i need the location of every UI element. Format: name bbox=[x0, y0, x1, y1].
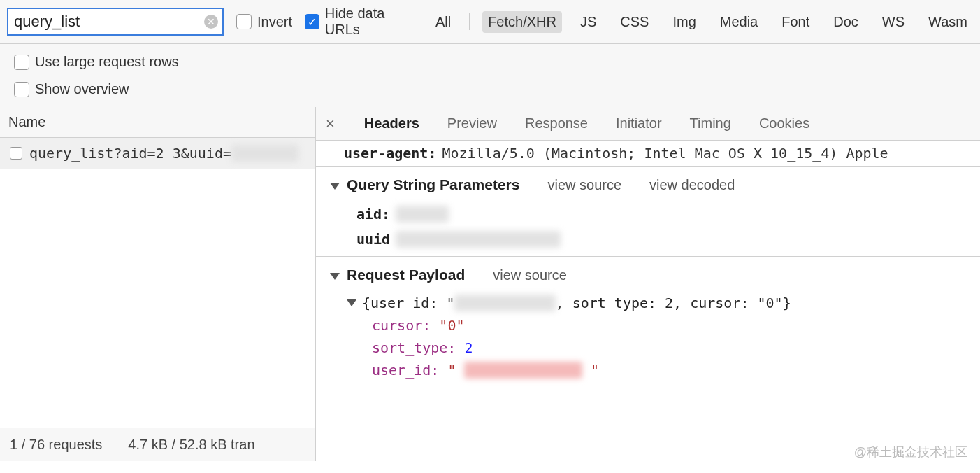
large-rows-checkbox[interactable]: Use large request rows bbox=[14, 48, 966, 76]
header-value: Mozilla/5.0 (Macintosh; Intel Mac OS X 1… bbox=[442, 145, 888, 162]
invert-checkbox[interactable]: Invert bbox=[236, 14, 292, 30]
invert-label: Invert bbox=[257, 14, 292, 30]
tab-preview[interactable]: Preview bbox=[446, 108, 498, 139]
param-key: uuid bbox=[356, 231, 390, 248]
payload-value: "0" bbox=[439, 317, 464, 334]
large-rows-label: Use large request rows bbox=[35, 54, 179, 70]
payload-summary-prefix: {user_id: " bbox=[362, 295, 454, 311]
view-decoded-link[interactable]: view decoded bbox=[649, 177, 735, 193]
checkbox-checked-icon: ✓ bbox=[305, 14, 319, 29]
payload-quote: " bbox=[447, 362, 456, 379]
filter-toolbar: ✕ Invert ✓ Hide data URLs All Fetch/XHR … bbox=[0, 0, 980, 44]
param-value-redacted: xxx bbox=[396, 231, 561, 248]
filter-fetch-xhr[interactable]: Fetch/XHR bbox=[482, 11, 562, 33]
section-head: Query String Parameters view source view… bbox=[330, 176, 966, 193]
filter-js[interactable]: JS bbox=[575, 11, 602, 33]
section-head: Request Payload view source bbox=[330, 267, 966, 283]
tab-response[interactable]: Response bbox=[524, 108, 589, 139]
section-title-wrap[interactable]: Request Payload bbox=[330, 267, 465, 283]
separator bbox=[115, 435, 115, 455]
filter-media[interactable]: Media bbox=[714, 11, 763, 33]
filter-css[interactable]: CSS bbox=[614, 11, 654, 33]
chevron-down-icon bbox=[330, 273, 340, 280]
filter-wasm[interactable]: Wasm bbox=[923, 11, 973, 33]
tab-timing[interactable]: Timing bbox=[689, 108, 733, 139]
status-transfer: 4.7 kB / 52.8 kB tran bbox=[128, 437, 254, 453]
overview-label: Show overview bbox=[35, 81, 129, 97]
payload-sort-type: sort_type: 2 bbox=[330, 337, 966, 359]
payload-key: user_id: bbox=[372, 362, 439, 379]
param-value-redacted: xxx bbox=[396, 206, 449, 223]
request-payload-section: Request Payload view source {user_id: " … bbox=[316, 256, 980, 386]
filter-all[interactable]: All bbox=[430, 11, 456, 33]
payload-user-id: user_id: " xxxxxxxx3 " bbox=[330, 359, 966, 381]
tab-headers[interactable]: Headers bbox=[363, 108, 421, 139]
requests-column: Name query_list?aid=2 3&uuid=xxxxxxxx 1 … bbox=[0, 107, 316, 461]
overview-checkbox[interactable]: Show overview bbox=[14, 76, 966, 103]
status-bar: 1 / 76 requests 4.7 kB / 52.8 kB tran bbox=[0, 428, 315, 461]
header-key: user-agent: bbox=[344, 145, 436, 162]
payload-summary[interactable]: {user_id: " xx , sort_type: 2, cursor: "… bbox=[330, 292, 966, 314]
param-aid: aid: xxx bbox=[330, 202, 966, 227]
payload-value: 2 bbox=[464, 339, 473, 356]
section-title: Query String Parameters bbox=[347, 176, 519, 192]
detail-body: user-agent: Mozilla/5.0 (Macintosh; Inte… bbox=[316, 141, 980, 461]
watermark: @稀土掘金技术社区 bbox=[854, 444, 967, 460]
chevron-down-icon bbox=[347, 299, 356, 306]
filter-input-wrap: ✕ bbox=[7, 8, 224, 36]
payload-user-id-redacted: xx bbox=[454, 295, 555, 311]
section-title: Request Payload bbox=[347, 267, 465, 283]
filter-font[interactable]: Font bbox=[776, 11, 815, 33]
hide-data-urls-checkbox[interactable]: ✓ Hide data URLs bbox=[305, 6, 417, 38]
name-column-header[interactable]: Name bbox=[0, 107, 315, 138]
tab-cookies[interactable]: Cookies bbox=[758, 108, 811, 139]
checkbox-icon bbox=[14, 82, 29, 97]
checkbox-icon bbox=[10, 147, 22, 160]
payload-user-id-redacted: xxxxxxxx3 bbox=[464, 362, 582, 379]
request-list: query_list?aid=2 3&uuid=xxxxxxxx bbox=[0, 138, 315, 428]
header-user-agent: user-agent: Mozilla/5.0 (Macintosh; Inte… bbox=[316, 141, 980, 166]
payload-key: cursor: bbox=[372, 317, 431, 334]
filter-input[interactable] bbox=[7, 8, 224, 36]
filter-img[interactable]: Img bbox=[667, 11, 701, 33]
request-row[interactable]: query_list?aid=2 3&uuid=xxxxxxxx bbox=[0, 138, 315, 169]
request-name: query_list?aid=2 3&uuid=xxxxxxxx bbox=[29, 145, 298, 162]
clear-filter-icon[interactable]: ✕ bbox=[204, 15, 218, 29]
query-string-parameters-section: Query String Parameters view source view… bbox=[316, 166, 980, 256]
chevron-down-icon bbox=[330, 183, 340, 190]
close-icon[interactable]: × bbox=[323, 115, 338, 133]
payload-cursor: cursor: "0" bbox=[330, 314, 966, 337]
payload-quote: " bbox=[591, 362, 599, 379]
options-row: Use large request rows Show overview bbox=[0, 44, 980, 107]
filter-types: All Fetch/XHR JS CSS Img Media Font Doc … bbox=[430, 11, 973, 33]
detail-column: × Headers Preview Response Initiator Tim… bbox=[316, 107, 980, 461]
section-title-wrap[interactable]: Query String Parameters bbox=[330, 176, 519, 193]
main-split: Name query_list?aid=2 3&uuid=xxxxxxxx 1 … bbox=[0, 107, 980, 461]
tab-initiator[interactable]: Initiator bbox=[614, 108, 663, 139]
checkbox-icon bbox=[236, 14, 252, 29]
detail-tabs: × Headers Preview Response Initiator Tim… bbox=[316, 107, 980, 141]
payload-key: sort_type: bbox=[372, 339, 456, 356]
param-key: aid: bbox=[356, 206, 390, 223]
checkbox-icon bbox=[14, 55, 29, 70]
filter-doc[interactable]: Doc bbox=[828, 11, 864, 33]
param-uuid: uuid xxx bbox=[330, 227, 966, 252]
view-source-link[interactable]: view source bbox=[547, 177, 621, 193]
payload-summary-suffix: , sort_type: 2, cursor: "0"} bbox=[556, 295, 791, 311]
filter-ws[interactable]: WS bbox=[877, 11, 910, 33]
hide-urls-label: Hide data URLs bbox=[325, 6, 417, 38]
view-source-link[interactable]: view source bbox=[493, 267, 567, 283]
status-requests: 1 / 76 requests bbox=[10, 437, 102, 453]
separator bbox=[469, 13, 470, 30]
